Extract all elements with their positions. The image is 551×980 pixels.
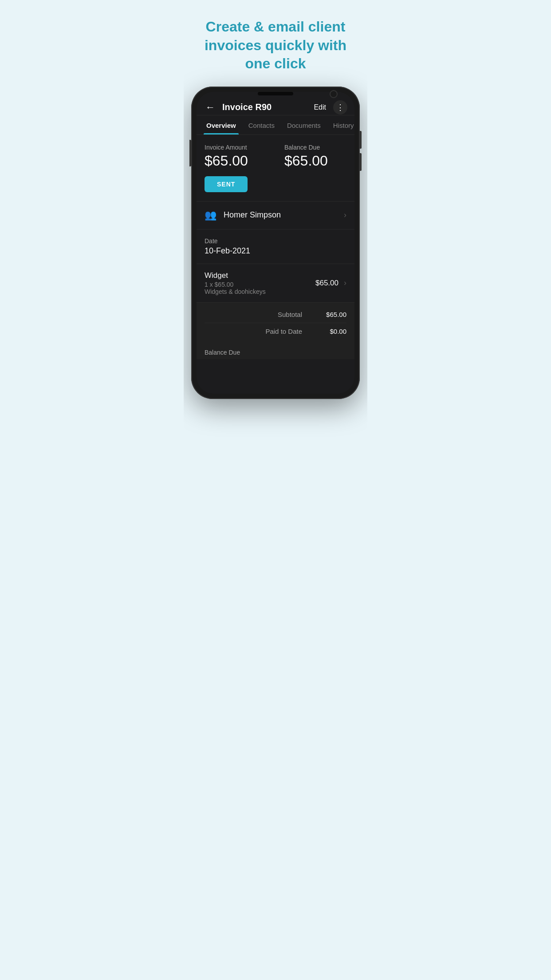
amounts-row: Invoice Amount $65.00 Balance Due $65.00 (205, 144, 346, 169)
contact-icon: 👥 (205, 209, 216, 221)
tab-documents[interactable]: Documents (281, 115, 327, 134)
paid-value: $0.00 (315, 328, 346, 335)
balance-due-block: Balance Due $65.00 (284, 144, 346, 169)
balance-due-label: Balance Due (284, 144, 346, 151)
tab-contacts[interactable]: Contacts (242, 115, 281, 134)
more-options-button[interactable]: ⋮ (333, 100, 347, 115)
line-item-row[interactable]: Widget 1 x $65.00 Widgets & doohickeys $… (197, 264, 354, 303)
invoice-amount-block: Invoice Amount $65.00 (205, 144, 267, 169)
subtotal-row: Subtotal $65.00 (205, 306, 346, 323)
volume-down-button (360, 153, 362, 171)
phone-screen: ← Invoice R90 Edit ⋮ Overview Contacts D… (197, 92, 354, 394)
line-item-chevron-icon: › (344, 278, 346, 288)
balance-due-value: $65.00 (284, 153, 346, 169)
balance-row-partial: Balance Due (197, 343, 354, 359)
phone-camera (330, 90, 338, 98)
status-badge: SENT (205, 176, 248, 192)
paid-row: Paid to Date $0.00 (205, 323, 346, 340)
subtotal-label: Subtotal (278, 311, 302, 318)
invoice-amount-value: $65.00 (205, 153, 267, 169)
screen-content: Invoice Amount $65.00 Balance Due $65.00… (197, 135, 354, 359)
line-item-price: $65.00 (315, 279, 338, 288)
tabs-bar: Overview Contacts Documents History Ac (197, 115, 354, 135)
amounts-section: Invoice Amount $65.00 Balance Due $65.00… (197, 135, 354, 202)
totals-section: Subtotal $65.00 Paid to Date $0.00 (197, 303, 354, 343)
volume-up-button (360, 131, 362, 149)
date-label: Date (205, 237, 346, 245)
date-value: 10-Feb-2021 (205, 246, 346, 256)
promo-heading: Create & email client invoices quickly w… (184, 0, 367, 87)
contact-chevron-icon: › (344, 210, 346, 220)
date-section: Date 10-Feb-2021 (197, 229, 354, 264)
line-item-name: Widget (205, 271, 315, 280)
power-button (189, 140, 191, 166)
line-item-category: Widgets & doohickeys (205, 288, 315, 295)
more-icon: ⋮ (336, 103, 345, 112)
page-title: Invoice R90 (222, 102, 308, 112)
subtotal-value: $65.00 (315, 311, 346, 318)
back-button[interactable]: ← (204, 100, 217, 115)
phone-frame: ← Invoice R90 Edit ⋮ Overview Contacts D… (191, 87, 360, 399)
line-item-detail: 1 x $65.00 (205, 281, 315, 288)
line-item-info: Widget 1 x $65.00 Widgets & doohickeys (205, 271, 315, 295)
invoice-amount-label: Invoice Amount (205, 144, 267, 151)
tab-overview[interactable]: Overview (200, 115, 242, 134)
edit-button[interactable]: Edit (314, 103, 326, 111)
contact-name: Homer Simpson (224, 210, 344, 220)
tab-history[interactable]: History (327, 115, 354, 134)
balance-partial-label: Balance Due (205, 349, 240, 356)
paid-label: Paid to Date (265, 328, 302, 335)
contact-row[interactable]: 👥 Homer Simpson › (197, 202, 354, 229)
phone-notch (258, 92, 293, 95)
